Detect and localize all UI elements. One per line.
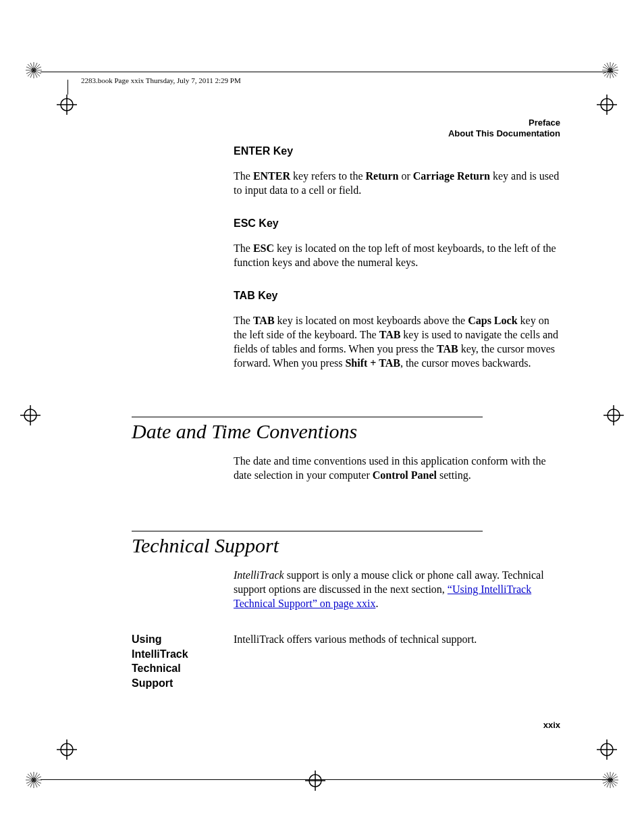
registration-mark-top-right bbox=[602, 62, 618, 78]
crop-line-bottom bbox=[41, 779, 613, 780]
running-head-line2: About This Documentation bbox=[448, 128, 560, 139]
registration-mark-bottom-center bbox=[305, 771, 325, 791]
heading-date-time: Date and Time Conventions bbox=[132, 420, 357, 443]
rule-datetime bbox=[132, 417, 483, 417]
registration-mark-top-right-2 bbox=[597, 95, 617, 115]
crosshair-icon bbox=[603, 405, 624, 425]
para-tech-support: IntelliTrack support is only a mouse cli… bbox=[234, 568, 560, 610]
para-enter-key: The ENTER key refers to the Return or Ca… bbox=[234, 169, 560, 197]
page-number: xxix bbox=[543, 720, 560, 730]
registration-mark-mid-left bbox=[20, 405, 41, 425]
side-heading-using-support: Using IntelliTrack Technical Support bbox=[132, 632, 219, 690]
crosshair-icon bbox=[57, 739, 77, 760]
para-date-time: The date and time conventions used in th… bbox=[234, 454, 560, 482]
registration-mark-bottom-right bbox=[602, 772, 618, 788]
heading-tech-support: Technical Support bbox=[132, 534, 279, 557]
registration-mark-top-left bbox=[26, 62, 42, 78]
sunburst-icon bbox=[602, 62, 618, 78]
registration-mark-bottom-right-2 bbox=[597, 739, 617, 760]
sunburst-icon bbox=[602, 772, 618, 788]
heading-enter-key: ENTER Key bbox=[234, 144, 560, 158]
crop-line-top bbox=[41, 72, 613, 72]
para-tab-key: The TAB key is located on most keyboards… bbox=[234, 313, 560, 370]
sunburst-icon bbox=[26, 62, 42, 78]
heading-esc-key: ESC Key bbox=[234, 216, 560, 230]
running-head-line1: Preface bbox=[448, 118, 560, 128]
registration-mark-mid-right bbox=[603, 405, 624, 425]
crosshair-icon bbox=[597, 95, 617, 115]
para-using-support: IntelliTrack offers various methods of t… bbox=[234, 632, 560, 646]
page: 2283.book Page xxix Thursday, July 7, 20… bbox=[0, 0, 644, 834]
crosshair-icon bbox=[597, 739, 617, 760]
registration-mark-bottom-left-2 bbox=[57, 739, 77, 760]
registration-mark-bottom-left bbox=[26, 772, 42, 788]
crosshair-icon bbox=[305, 771, 325, 791]
rule-tech-support bbox=[132, 531, 483, 531]
heading-tab-key: TAB Key bbox=[234, 288, 560, 303]
crosshair-icon bbox=[20, 405, 41, 425]
registration-mark-top-left-2 bbox=[57, 95, 77, 115]
para-esc-key: The ESC key is located on the top left o… bbox=[234, 241, 560, 269]
running-head: Preface About This Documentation bbox=[448, 118, 560, 140]
crop-line-left-upper bbox=[68, 80, 68, 95]
header-metadata: 2283.book Page xxix Thursday, July 7, 20… bbox=[81, 76, 241, 84]
crosshair-icon bbox=[57, 95, 77, 115]
sunburst-icon bbox=[26, 772, 42, 788]
